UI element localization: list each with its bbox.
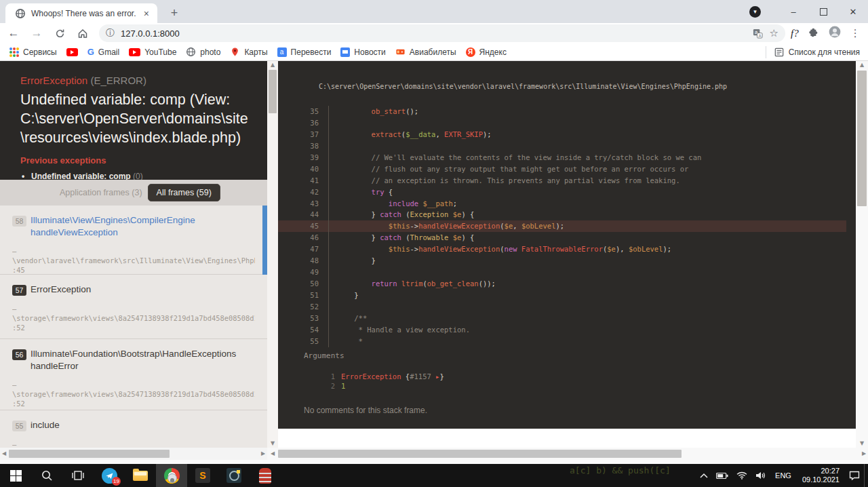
- code-line-40: 40 // flush out any stray output that mi…: [278, 163, 846, 175]
- scroll-up-arrow[interactable]: ▲: [856, 61, 868, 69]
- previous-exception-count: (0): [133, 172, 143, 180]
- home-icon[interactable]: [73, 24, 92, 43]
- scroll-left-arrow[interactable]: ◀: [0, 448, 8, 460]
- page-vscrollbar[interactable]: ▲ ▼: [856, 61, 868, 448]
- bookmark-label: Перевести: [291, 47, 332, 57]
- scroll-right-arrow[interactable]: ▶: [259, 448, 267, 460]
- bookmark-label: Авиабилеты: [410, 47, 456, 57]
- page-info-icon[interactable]: ⓘ: [106, 27, 115, 39]
- code-line-54: 54 * Handle a view exception.: [278, 324, 846, 336]
- code-viewer[interactable]: 35 ob_start();3637 extract($__data, EXTR…: [278, 106, 846, 347]
- left-panel-hscrollbar[interactable]: ◀ ▶: [0, 448, 267, 460]
- stack-frame-56[interactable]: 56Illuminate\Foundation\Bootstrap\Handle…: [0, 339, 267, 410]
- back-icon[interactable]: ←: [4, 24, 23, 43]
- system-tray: ENG 20:27 09.10.2021: [696, 464, 868, 487]
- globe-favicon-icon: [15, 8, 26, 19]
- reload-icon[interactable]: [50, 24, 69, 43]
- wifi-icon[interactable]: [732, 464, 751, 487]
- frame-title: ErrorException: [31, 284, 255, 296]
- chrome-taskbar-icon[interactable]: [156, 464, 187, 487]
- clock-date: 09.10.2021: [802, 475, 840, 484]
- frame-path: —\storage\framework\views\8a2547138938f2…: [12, 380, 255, 408]
- stack-frames-list: 58Illuminate\View\Engines\CompilerEngine…: [0, 206, 267, 448]
- exception-class: ErrorException: [20, 75, 87, 86]
- code-panel-hscrollbar[interactable]: ◀ ▶: [267, 448, 868, 460]
- frame-filter-tabs: Application frames (3) All frames (59): [0, 180, 267, 206]
- bookmark-youtube[interactable]: [66, 48, 78, 56]
- database-icon[interactable]: [250, 464, 281, 487]
- bookmark-label: YouTube: [144, 47, 176, 57]
- tray-chevron-icon[interactable]: [696, 464, 712, 487]
- file-explorer-icon[interactable]: [125, 464, 156, 487]
- tab-close-icon[interactable]: ×: [141, 8, 152, 19]
- profile-avatar-icon[interactable]: [829, 26, 841, 41]
- frame-title: handleViewException: [31, 227, 255, 239]
- stack-frame-58[interactable]: 58Illuminate\View\Engines\CompilerEngine…: [0, 206, 267, 275]
- telegram-badge: 19: [112, 477, 121, 486]
- code-line-45: 45 $this->handleViewException($e, $obLev…: [278, 220, 846, 232]
- code-line-38: 38: [278, 140, 846, 152]
- frame-number-badge: 58: [12, 216, 26, 227]
- bookmark-Яндекс[interactable]: ЯЯндекс: [466, 47, 507, 57]
- reading-list-button[interactable]: Список для чтения: [766, 46, 860, 58]
- left-panel-vscrollbar[interactable]: ▲ ▼: [267, 61, 278, 448]
- url-text[interactable]: 127.0.0.1:8000: [121, 28, 746, 39]
- address-bar[interactable]: ⓘ 127.0.0.1:8000 aA ☆: [99, 24, 785, 42]
- code-line-37: 37 extract($__data, EXTR_SKIP);: [278, 129, 846, 140]
- scroll-down-arrow[interactable]: ▼: [267, 440, 278, 448]
- taskbar: a[c] b) && push([c] 19 S: [0, 464, 868, 487]
- chrome-menu-icon[interactable]: ⋮: [850, 27, 861, 39]
- battery-icon[interactable]: [712, 464, 732, 487]
- extensions-puzzle-icon[interactable]: [808, 26, 819, 40]
- vscroll-thumb[interactable]: [269, 70, 277, 113]
- bookmark-Перевести[interactable]: aПеревести: [277, 47, 332, 57]
- bookmark-Карты[interactable]: Карты: [230, 47, 267, 57]
- taskbar-clock[interactable]: 20:27 09.10.2021: [797, 467, 845, 484]
- vscroll-thumb[interactable]: [857, 71, 867, 206]
- task-view-button[interactable]: [62, 464, 94, 487]
- bookmark-photo[interactable]: photo: [186, 47, 220, 57]
- show-desktop-strip[interactable]: [864, 464, 868, 487]
- hscroll-thumb[interactable]: [9, 450, 170, 458]
- arguments-block[interactable]: 1ErrorException {#1157 ▸}21: [278, 372, 846, 391]
- start-button[interactable]: [0, 464, 31, 487]
- scroll-right-arrow[interactable]: ▶: [860, 448, 868, 460]
- bookmarks-list: СервисыGGmailYouTubephotoКартыaПеревести…: [0, 47, 507, 57]
- stack-frame-55[interactable]: 55include—\vendor\laravel\framework\src\…: [0, 410, 267, 448]
- bookmark-Авиабилеты[interactable]: Авиабилеты: [395, 47, 456, 57]
- scroll-up-arrow[interactable]: ▲: [267, 61, 278, 69]
- tab-all-frames[interactable]: All frames (59): [148, 184, 220, 201]
- browser-toolbar: ← → ⓘ 127.0.0.1:8000 aA ☆ f? ⋮: [0, 23, 868, 43]
- hscroll-thumb[interactable]: [278, 450, 682, 458]
- forward-icon[interactable]: →: [27, 24, 46, 43]
- update-icon[interactable]: ▾: [749, 6, 761, 18]
- extension-f-icon[interactable]: f?: [791, 28, 799, 39]
- browser-tab[interactable]: Whoops! There was an error. ×: [5, 3, 157, 23]
- telegram-icon[interactable]: 19: [94, 464, 125, 487]
- minimize-button[interactable]: –: [778, 0, 808, 23]
- notifications-icon[interactable]: [845, 464, 864, 487]
- close-button[interactable]: ✕: [838, 0, 868, 23]
- argument-line-2: 21: [278, 381, 846, 391]
- openserver-icon[interactable]: [218, 464, 250, 487]
- search-button[interactable]: [31, 464, 62, 487]
- arguments-label: Arguments: [304, 351, 344, 360]
- bookmark-Сервисы[interactable]: Сервисы: [9, 47, 57, 57]
- bookmark-Новости[interactable]: Новости: [340, 47, 385, 57]
- restore-button[interactable]: [808, 0, 838, 23]
- scroll-down-arrow[interactable]: ▼: [856, 440, 868, 448]
- language-indicator[interactable]: ENG: [770, 471, 797, 480]
- previous-exception-item[interactable]: Undefined variable: comp (0): [20, 172, 248, 180]
- bookmark-YouTube[interactable]: YouTube: [129, 47, 176, 57]
- code-line-46: 46 } catch (Throwable $e) {: [278, 232, 846, 244]
- stack-frame-57[interactable]: 57ErrorException—\storage\framework\view…: [0, 275, 267, 339]
- sublime-text-icon[interactable]: S: [187, 464, 218, 487]
- new-tab-button[interactable]: +: [165, 4, 183, 22]
- volume-icon[interactable]: [751, 464, 770, 487]
- translate-icon[interactable]: aA: [753, 28, 763, 39]
- tab-application-frames[interactable]: Application frames (3): [60, 188, 142, 197]
- bookmark-Gmail[interactable]: GGmail: [87, 47, 119, 57]
- bookmark-label: photo: [200, 47, 220, 57]
- scroll-left-arrow[interactable]: ◀: [269, 448, 277, 460]
- bookmark-star-icon[interactable]: ☆: [770, 27, 778, 39]
